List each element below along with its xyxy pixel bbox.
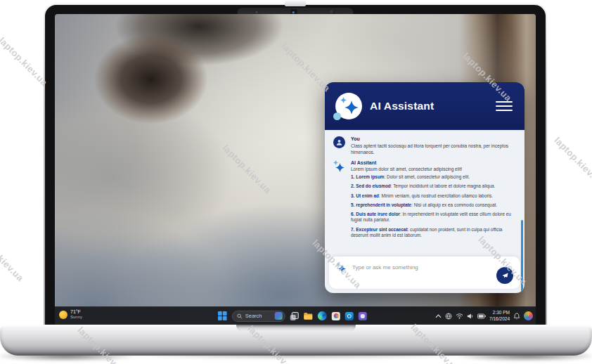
search-icon [237, 313, 243, 319]
copilot-icon[interactable] [524, 311, 533, 320]
base-notch [236, 325, 356, 332]
wifi-icon[interactable] [456, 313, 463, 319]
list-item: 6.Duis aute irure dolor: In reprehenderi… [351, 212, 513, 223]
taskbar: 71°F Sunny [55, 306, 536, 325]
assistant-header: AI Assistant [325, 82, 525, 130]
taskbar-center: Search [218, 307, 367, 325]
message-text: Lorem ipsum dolor sit amet, consectetur … [351, 166, 462, 172]
microphone-dot-icon [256, 11, 258, 13]
battery-icon[interactable] [477, 313, 486, 319]
photos-button[interactable] [332, 312, 340, 320]
clock-time: 2:30 PM [489, 310, 510, 316]
store-button[interactable] [359, 312, 367, 320]
camera-tab [285, 0, 306, 6]
list-item: 7.Excepteur sint occaecat: cupidatat non… [351, 227, 513, 239]
list-item: 2.Sed do eiusmod: Tempor incididunt ut l… [351, 183, 513, 190]
sparkle-icon [340, 97, 347, 103]
weather-condition: Sunny [70, 315, 82, 320]
laptop-base [0, 325, 592, 356]
chat-input-card [329, 256, 520, 289]
list-item: 5.reprehenderit in voluptate: Nisi ut al… [351, 202, 513, 209]
user-avatar-icon [333, 136, 345, 148]
volume-icon[interactable] [467, 313, 474, 320]
edge-button[interactable] [318, 311, 327, 320]
task-view-button[interactable] [290, 312, 299, 320]
laptop-lid: AI Assistant You Class aptent taciti soc… [44, 4, 547, 325]
logo-dot [333, 112, 341, 120]
numbered-list: 1.Lorem ipsum: Dolor sit amet, consectet… [351, 174, 516, 239]
file-explorer-button[interactable] [304, 312, 313, 320]
panel-title: AI Assistant [370, 100, 434, 112]
system-tray: 2:30 PM 7/16/2024 [435, 307, 533, 325]
paper-plane-icon [501, 272, 509, 280]
ai-avatar-icon [333, 160, 345, 172]
photos-icon [332, 312, 340, 320]
watermark: laptop.kiev.ua [0, 230, 26, 283]
clock-date: 7/16/2024 [489, 316, 510, 322]
outlook-icon [345, 312, 354, 320]
message-author: You [351, 136, 514, 141]
list-item: 3.Ut enim ad: Minim veniam, quis nostrud… [351, 193, 513, 200]
menu-icon[interactable] [494, 100, 514, 112]
desktop-screen: AI Assistant You Class aptent taciti soc… [55, 14, 536, 325]
outlook-button[interactable] [345, 312, 354, 320]
search-label: Search [245, 313, 272, 319]
chevron-up-icon[interactable] [435, 314, 442, 318]
message-author: AI Assitant [351, 160, 462, 165]
store-icon [359, 312, 367, 320]
user-message: You Class aptent taciti sociosqu ad lito… [333, 136, 516, 155]
watermark: laptop.kiev.ua [0, 35, 50, 88]
assistant-logo-icon [335, 93, 362, 119]
weather-widget[interactable]: 71°F Sunny [59, 309, 82, 320]
scrollbar-thumb[interactable] [521, 220, 523, 293]
list-item: 1.Lorem ipsum: Dolor sit amet, consectet… [351, 174, 513, 181]
ai-message: AI Assitant Lorem ipsum dolor sit amet, … [333, 160, 516, 173]
ai-assistant-window: AI Assistant You Class aptent taciti soc… [325, 82, 525, 293]
scene: laptop.kiev.ua laptop.kiev.ua laptop.kie… [0, 0, 592, 364]
search-highlight-image [275, 312, 283, 320]
sun-icon [59, 311, 67, 319]
search-bar[interactable]: Search [232, 311, 285, 322]
chat-input[interactable] [351, 264, 513, 271]
message-text: Class aptent taciti sociosqu ad litora t… [351, 143, 514, 155]
folder-icon [304, 312, 313, 320]
notification-bell-icon[interactable] [513, 313, 520, 320]
sparkle-icon [345, 100, 359, 115]
send-button[interactable] [496, 267, 513, 284]
edge-icon [318, 311, 327, 320]
weather-temp: 71°F [70, 309, 82, 315]
globe-icon[interactable] [445, 313, 452, 320]
watermark: laptop.kiev.ua [552, 135, 592, 188]
sparkle-icon [336, 262, 347, 273]
windows-icon [218, 311, 227, 320]
laptop-bezel: AI Assistant You Class aptent taciti soc… [45, 5, 546, 325]
clock[interactable]: 2:30 PM 7/16/2024 [489, 310, 510, 321]
start-button[interactable] [218, 311, 227, 320]
